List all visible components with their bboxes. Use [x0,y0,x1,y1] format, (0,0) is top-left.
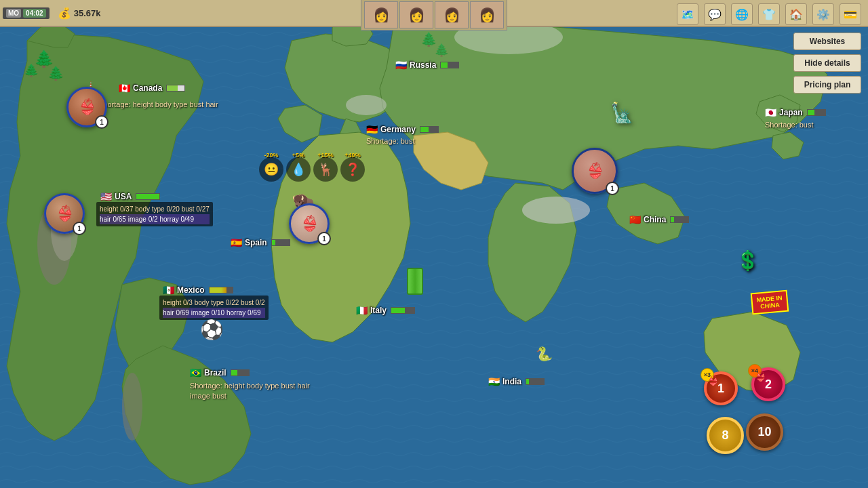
money-amount: 35.67k [74,8,101,18]
game-map[interactable]: 🌲 🌲 🌲 🌲 🌲 🦬 [0,0,868,488]
russia-label: 🇷🇺 Russia [395,60,459,70]
bonus-icon-1[interactable]: -20% 😐 [259,157,283,182]
mo-label: MO [6,9,21,18]
hide-details-button[interactable]: Hide details [793,54,861,72]
map-icon[interactable]: 🗺️ [677,3,698,25]
bonus-pct-3: +15% [317,152,333,159]
europe-token[interactable]: 👙 1 [289,203,330,244]
spain-bar [271,239,290,246]
bonus-group: -20% 😐 +5% 💧 +15% 🦌 +40% ❓ [259,157,365,182]
chip-10-number: 10 [757,425,771,439]
bonus-pct-4: +40% [344,152,360,159]
svg-text:🌲: 🌲 [24,63,39,78]
canada-token[interactable]: 👙 1 [66,87,107,127]
italy-name: Italy [370,306,387,315]
svg-point-5 [346,95,387,115]
svg-point-4 [122,373,142,441]
japan-flag: 🇯🇵 [765,107,776,118]
asia-token-rank: 1 [606,182,619,195]
italy-bar [391,307,415,314]
globe-icon[interactable]: 🌐 [731,3,753,25]
canada-token-rank: 1 [95,115,108,129]
india-flag: 🇮🇳 [488,376,500,387]
statue-liberty: 🗽 [610,102,634,124]
chip-red-1[interactable]: ×3 1 👙 [704,371,738,405]
brazil-shortage: Shortage: height body type bust hairimag… [190,381,310,402]
chip-gold-8[interactable]: 8 [707,417,744,454]
italy-flag: 🇮🇹 [356,305,368,316]
portrait-2[interactable]: 👩 [399,1,433,28]
mo-timer: 04:02 [23,9,46,18]
russia-bar [440,62,459,68]
usa-bar [136,193,160,200]
mexico-stat-line2: hair 0/69 image 0/10 horray 0/69 [163,308,265,318]
mexico-bar [209,287,233,293]
canada-label: 🇨🇦 Canada [119,83,185,94]
mexico-stat-line1: height 0/3 body type 0/22 bust 0/2 [163,298,265,308]
svg-point-6 [522,197,590,224]
right-panel-buttons: Websites Hide details Pricing plan [793,33,861,94]
svg-text:🌲: 🌲 [47,65,64,81]
usa-name: USA [115,192,132,201]
europe-token-rank: 1 [317,232,331,245]
germany-name: Germany [380,125,416,134]
bonus-icon-4[interactable]: +40% ❓ [340,157,365,182]
asia-token[interactable]: 👙 1 [572,148,618,194]
pricing-plan-button[interactable]: Pricing plan [793,76,861,94]
card-icon[interactable]: 💳 [840,3,861,25]
usa-stats: height 0/37 body type 0/20 bust 0/27 hai… [96,202,213,226]
canada-flag: 🇨🇦 [119,83,130,94]
dollar-icon: 💲 [736,249,760,272]
japan-label: 🇯🇵 Japan [765,107,826,118]
germany-bar [420,126,439,133]
canada-shortage: Shortage: height body type bust hair [98,100,218,108]
shirt-icon[interactable]: 👕 [758,3,780,25]
money-display: 💰 35.67k [58,7,101,20]
usa-token-rank: 1 [73,222,86,235]
money-icon: 💰 [58,7,71,20]
usa-token[interactable]: 👙 1 [44,193,85,234]
house-icon[interactable]: 🏠 [785,3,807,25]
spain-label: 🇪🇸 Spain [231,237,290,248]
settings-icon[interactable]: ⚙️ [812,3,834,25]
mexico-name: Mexico [177,285,205,295]
china-name: China [644,215,666,224]
russia-name: Russia [410,60,436,70]
soccer-ball: ⚽ [200,319,224,341]
india-name: India [502,377,521,386]
bonus-icon-3[interactable]: +15% 🦌 [313,157,338,182]
svg-text:🌲: 🌲 [434,43,450,58]
bonus-pct-1: -20% [264,152,278,159]
websites-button[interactable]: Websites [793,33,861,50]
portrait-3[interactable]: 👩 [435,1,469,28]
india-label: 🇮🇳 India [488,376,545,387]
brazil-label: 🇧🇷 Brazil [190,367,250,378]
germany-flag: 🇩🇪 [366,124,378,135]
portraits-bar[interactable]: 👩 👩 👩 👩 [361,0,507,30]
russia-flag: 🇷🇺 [395,60,407,70]
india-bar [526,378,545,385]
green-cylinder [407,268,423,295]
usa-stat-line2: hair 0/65 image 0/2 horray 0/49 [100,214,210,224]
japan-bar [807,109,826,116]
made-in-china-sign: MADE INCHINA [751,290,789,315]
mexico-flag: 🇲🇽 [163,285,174,296]
canada-name: Canada [133,83,162,93]
usa-stat-line1: height 0/37 body type 0/20 bust 0/27 [100,204,210,214]
usa-flag: 🇺🇸 [100,191,112,202]
topbar: MO 04:02 💰 35.67k 👩 👩 👩 👩 🗺️ 💬 🌐 👕 🏠 ⚙️ … [0,0,868,27]
chat-icon[interactable]: 💬 [704,3,726,25]
bonus-pct-2: +5% [292,152,304,159]
mo-badge: MO 04:02 [3,7,50,19]
brazil-bar [231,369,250,376]
topbar-icons: 🗺️ 💬 🌐 👕 🏠 ⚙️ 💳 [677,3,861,25]
chip-brown-10[interactable]: 10 [746,413,783,451]
germany-label: 🇩🇪 Germany [366,124,439,135]
chip-darkred-2[interactable]: ×4 2 👙 [751,367,785,401]
portrait-1[interactable]: 👩 [364,1,398,28]
china-bar [670,216,689,223]
japan-name: Japan [779,108,803,117]
japan-shortage: Shortage: bust [765,121,814,129]
portrait-4[interactable]: 👩 [470,1,504,28]
bonus-icon-2[interactable]: +5% 💧 [286,157,311,182]
